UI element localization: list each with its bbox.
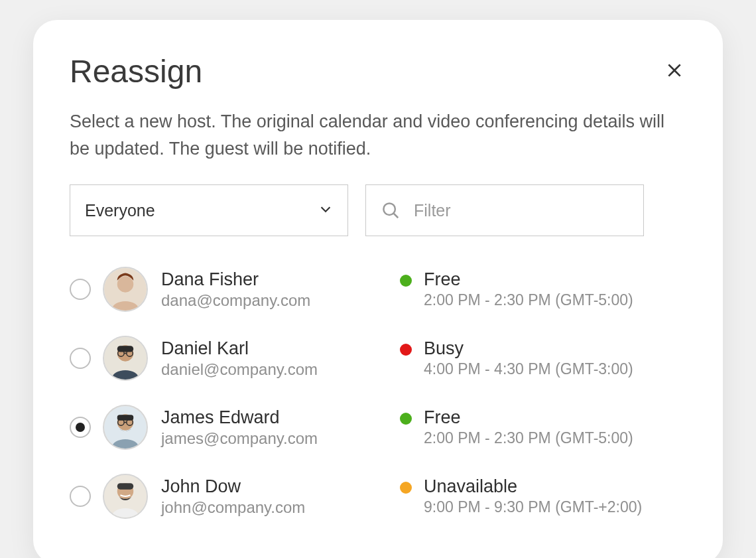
chevron-down-icon bbox=[318, 201, 333, 220]
status-label: Busy bbox=[424, 338, 633, 359]
close-icon bbox=[666, 62, 683, 82]
person-email: daniel@company.com bbox=[161, 360, 400, 379]
person-info: Daniel Karl daniel@company.com bbox=[161, 338, 400, 379]
scope-select-value: Everyone bbox=[85, 201, 155, 220]
status-label: Unavailable bbox=[424, 476, 642, 497]
person-row[interactable]: Dana Fisher dana@company.com Free 2:00 P… bbox=[70, 255, 686, 324]
radio-button[interactable] bbox=[70, 279, 91, 300]
person-name: James Edward bbox=[161, 407, 400, 428]
reassign-modal: Reassign Select a new host. The original… bbox=[33, 20, 723, 558]
person-email: dana@company.com bbox=[161, 291, 400, 310]
status-label: Free bbox=[424, 269, 633, 290]
person-email: james@company.com bbox=[161, 429, 400, 448]
radio-button[interactable] bbox=[70, 486, 91, 507]
search-icon bbox=[381, 200, 401, 220]
status-info: Free 2:00 PM - 2:30 PM (GMT-5:00) bbox=[400, 269, 686, 309]
status-dot-icon bbox=[400, 482, 412, 494]
scope-select[interactable]: Everyone bbox=[70, 184, 348, 236]
people-list: Dana Fisher dana@company.com Free 2:00 P… bbox=[70, 255, 686, 531]
svg-rect-20 bbox=[117, 483, 133, 489]
modal-header: Reassign bbox=[70, 53, 686, 90]
svg-point-5 bbox=[117, 276, 133, 292]
status-dot-icon bbox=[400, 344, 412, 356]
avatar bbox=[103, 405, 148, 450]
svg-point-2 bbox=[383, 203, 395, 215]
person-email: john@company.com bbox=[161, 498, 400, 517]
modal-description: Select a new host. The original calendar… bbox=[70, 108, 686, 162]
status-info: Unavailable 9:00 PM - 9:30 PM (GMT-+2:00… bbox=[400, 476, 686, 516]
radio-button[interactable] bbox=[70, 417, 91, 438]
person-name: John Dow bbox=[161, 476, 400, 497]
status-label: Free bbox=[424, 407, 633, 428]
person-info: John Dow john@company.com bbox=[161, 476, 400, 517]
close-button[interactable] bbox=[662, 60, 686, 84]
status-time: 2:00 PM - 2:30 PM (GMT-5:00) bbox=[424, 429, 633, 447]
avatar bbox=[103, 267, 148, 312]
status-info: Busy 4:00 PM - 4:30 PM (GMT-3:00) bbox=[400, 338, 686, 378]
controls-row: Everyone bbox=[70, 184, 686, 236]
person-row[interactable]: John Dow john@company.com Unavailable 9:… bbox=[70, 462, 686, 531]
svg-rect-8 bbox=[117, 346, 133, 352]
status-info: Free 2:00 PM - 2:30 PM (GMT-5:00) bbox=[400, 407, 686, 447]
person-info: Dana Fisher dana@company.com bbox=[161, 269, 400, 310]
status-time: 9:00 PM - 9:30 PM (GMT-+2:00) bbox=[424, 498, 642, 516]
radio-button[interactable] bbox=[70, 348, 91, 369]
person-info: James Edward james@company.com bbox=[161, 407, 400, 448]
person-name: Dana Fisher bbox=[161, 269, 400, 290]
avatar bbox=[103, 336, 148, 381]
person-row[interactable]: James Edward james@company.com Free 2:00… bbox=[70, 393, 686, 462]
status-dot-icon bbox=[400, 413, 412, 425]
filter-input[interactable] bbox=[414, 201, 629, 220]
status-dot-icon bbox=[400, 275, 412, 287]
filter-field[interactable] bbox=[365, 184, 644, 236]
person-row[interactable]: Daniel Karl daniel@company.com Busy 4:00… bbox=[70, 324, 686, 393]
status-time: 2:00 PM - 2:30 PM (GMT-5:00) bbox=[424, 291, 633, 309]
svg-line-3 bbox=[394, 214, 399, 218]
modal-title: Reassign bbox=[70, 53, 202, 90]
status-time: 4:00 PM - 4:30 PM (GMT-3:00) bbox=[424, 360, 633, 378]
avatar bbox=[103, 474, 148, 519]
person-name: Daniel Karl bbox=[161, 338, 400, 359]
